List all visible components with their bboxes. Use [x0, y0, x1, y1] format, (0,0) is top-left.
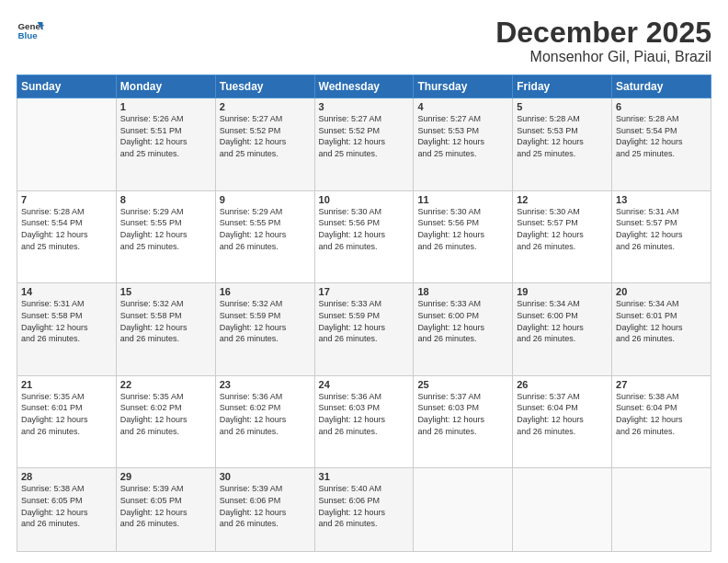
table-row: 28Sunrise: 5:38 AM Sunset: 6:05 PM Dayli…	[17, 468, 117, 552]
calendar-header-row: Sunday Monday Tuesday Wednesday Thursday…	[17, 75, 711, 98]
table-row: 13Sunrise: 5:31 AM Sunset: 5:57 PM Dayli…	[612, 190, 711, 283]
day-info: Sunrise: 5:31 AM Sunset: 5:58 PM Dayligh…	[21, 298, 112, 344]
logo: General Blue	[17, 17, 44, 44]
day-number: 26	[517, 379, 608, 390]
day-number: 29	[120, 471, 211, 482]
day-info: Sunrise: 5:28 AM Sunset: 5:53 PM Dayligh…	[517, 113, 608, 159]
header: General Blue December 2025 Monsenhor Gil…	[17, 17, 711, 65]
table-row: 29Sunrise: 5:39 AM Sunset: 6:05 PM Dayli…	[116, 468, 215, 552]
day-info: Sunrise: 5:30 AM Sunset: 5:57 PM Dayligh…	[517, 206, 608, 252]
table-row: 18Sunrise: 5:33 AM Sunset: 6:00 PM Dayli…	[414, 283, 513, 376]
day-number: 31	[319, 471, 410, 482]
day-number: 10	[319, 194, 410, 205]
day-number: 9	[220, 194, 311, 205]
table-row: 5Sunrise: 5:28 AM Sunset: 5:53 PM Daylig…	[513, 98, 612, 191]
day-number: 16	[220, 286, 311, 297]
header-friday: Friday	[513, 75, 612, 98]
day-number: 3	[319, 101, 410, 112]
day-number: 22	[120, 379, 211, 390]
day-number: 28	[21, 471, 112, 482]
table-row: 2Sunrise: 5:27 AM Sunset: 5:52 PM Daylig…	[215, 98, 314, 191]
header-tuesday: Tuesday	[215, 75, 314, 98]
table-row	[17, 98, 117, 191]
day-number: 1	[120, 101, 211, 112]
day-number: 14	[21, 286, 112, 297]
day-number: 21	[21, 379, 112, 390]
day-info: Sunrise: 5:35 AM Sunset: 6:02 PM Dayligh…	[120, 391, 211, 437]
day-number: 30	[220, 471, 311, 482]
day-number: 2	[220, 101, 311, 112]
table-row: 6Sunrise: 5:28 AM Sunset: 5:54 PM Daylig…	[612, 98, 711, 191]
day-info: Sunrise: 5:30 AM Sunset: 5:56 PM Dayligh…	[319, 206, 410, 252]
table-row: 15Sunrise: 5:32 AM Sunset: 5:58 PM Dayli…	[116, 283, 215, 376]
day-number: 24	[319, 379, 410, 390]
day-number: 19	[517, 286, 608, 297]
day-info: Sunrise: 5:32 AM Sunset: 5:58 PM Dayligh…	[120, 298, 211, 344]
calendar-title: December 2025	[495, 17, 711, 49]
day-info: Sunrise: 5:30 AM Sunset: 5:56 PM Dayligh…	[417, 206, 508, 252]
day-info: Sunrise: 5:39 AM Sunset: 6:06 PM Dayligh…	[220, 483, 311, 529]
table-row: 3Sunrise: 5:27 AM Sunset: 5:52 PM Daylig…	[314, 98, 414, 191]
day-info: Sunrise: 5:31 AM Sunset: 5:57 PM Dayligh…	[616, 206, 707, 252]
logo-icon: General Blue	[17, 17, 44, 44]
day-number: 25	[417, 379, 508, 390]
day-info: Sunrise: 5:26 AM Sunset: 5:51 PM Dayligh…	[120, 113, 211, 159]
day-info: Sunrise: 5:38 AM Sunset: 6:05 PM Dayligh…	[21, 483, 112, 529]
day-number: 8	[120, 194, 211, 205]
table-row: 27Sunrise: 5:38 AM Sunset: 6:04 PM Dayli…	[612, 375, 711, 468]
day-info: Sunrise: 5:29 AM Sunset: 5:55 PM Dayligh…	[120, 206, 211, 252]
table-row	[414, 468, 513, 552]
day-number: 6	[616, 101, 707, 112]
page-container: General Blue December 2025 Monsenhor Gil…	[0, 0, 728, 563]
day-info: Sunrise: 5:27 AM Sunset: 5:53 PM Dayligh…	[417, 113, 508, 159]
table-row: 16Sunrise: 5:32 AM Sunset: 5:59 PM Dayli…	[215, 283, 314, 376]
table-row: 31Sunrise: 5:40 AM Sunset: 6:06 PM Dayli…	[314, 468, 414, 552]
day-info: Sunrise: 5:29 AM Sunset: 5:55 PM Dayligh…	[220, 206, 311, 252]
table-row: 19Sunrise: 5:34 AM Sunset: 6:00 PM Dayli…	[513, 283, 612, 376]
header-monday: Monday	[116, 75, 215, 98]
day-number: 12	[517, 194, 608, 205]
calendar-table: Sunday Monday Tuesday Wednesday Thursday…	[17, 75, 711, 552]
svg-text:Blue: Blue	[18, 30, 39, 40]
day-info: Sunrise: 5:33 AM Sunset: 5:59 PM Dayligh…	[319, 298, 410, 344]
day-number: 23	[220, 379, 311, 390]
table-row: 11Sunrise: 5:30 AM Sunset: 5:56 PM Dayli…	[414, 190, 513, 283]
day-info: Sunrise: 5:35 AM Sunset: 6:01 PM Dayligh…	[21, 391, 112, 437]
day-info: Sunrise: 5:28 AM Sunset: 5:54 PM Dayligh…	[616, 113, 707, 159]
header-sunday: Sunday	[17, 75, 117, 98]
day-info: Sunrise: 5:37 AM Sunset: 6:03 PM Dayligh…	[417, 391, 508, 437]
table-row: 24Sunrise: 5:36 AM Sunset: 6:03 PM Dayli…	[314, 375, 414, 468]
table-row: 17Sunrise: 5:33 AM Sunset: 5:59 PM Dayli…	[314, 283, 414, 376]
day-info: Sunrise: 5:28 AM Sunset: 5:54 PM Dayligh…	[21, 206, 112, 252]
table-row: 14Sunrise: 5:31 AM Sunset: 5:58 PM Dayli…	[17, 283, 117, 376]
day-number: 13	[616, 194, 707, 205]
day-info: Sunrise: 5:37 AM Sunset: 6:04 PM Dayligh…	[517, 391, 608, 437]
header-thursday: Thursday	[414, 75, 513, 98]
day-number: 5	[517, 101, 608, 112]
day-number: 15	[120, 286, 211, 297]
table-row: 21Sunrise: 5:35 AM Sunset: 6:01 PM Dayli…	[17, 375, 117, 468]
table-row: 23Sunrise: 5:36 AM Sunset: 6:02 PM Dayli…	[215, 375, 314, 468]
table-row: 22Sunrise: 5:35 AM Sunset: 6:02 PM Dayli…	[116, 375, 215, 468]
day-info: Sunrise: 5:36 AM Sunset: 6:02 PM Dayligh…	[220, 391, 311, 437]
table-row: 30Sunrise: 5:39 AM Sunset: 6:06 PM Dayli…	[215, 468, 314, 552]
day-info: Sunrise: 5:32 AM Sunset: 5:59 PM Dayligh…	[220, 298, 311, 344]
day-info: Sunrise: 5:34 AM Sunset: 6:00 PM Dayligh…	[517, 298, 608, 344]
title-block: December 2025 Monsenhor Gil, Piaui, Braz…	[495, 17, 711, 65]
table-row: 26Sunrise: 5:37 AM Sunset: 6:04 PM Dayli…	[513, 375, 612, 468]
calendar-subtitle: Monsenhor Gil, Piaui, Brazil	[495, 49, 711, 65]
day-info: Sunrise: 5:36 AM Sunset: 6:03 PM Dayligh…	[319, 391, 410, 437]
header-saturday: Saturday	[612, 75, 711, 98]
table-row: 1Sunrise: 5:26 AM Sunset: 5:51 PM Daylig…	[116, 98, 215, 191]
day-number: 7	[21, 194, 112, 205]
day-info: Sunrise: 5:40 AM Sunset: 6:06 PM Dayligh…	[319, 483, 410, 529]
header-wednesday: Wednesday	[314, 75, 414, 98]
table-row: 9Sunrise: 5:29 AM Sunset: 5:55 PM Daylig…	[215, 190, 314, 283]
day-info: Sunrise: 5:39 AM Sunset: 6:05 PM Dayligh…	[120, 483, 211, 529]
day-number: 4	[417, 101, 508, 112]
day-info: Sunrise: 5:27 AM Sunset: 5:52 PM Dayligh…	[220, 113, 311, 159]
day-number: 11	[417, 194, 508, 205]
day-info: Sunrise: 5:34 AM Sunset: 6:01 PM Dayligh…	[616, 298, 707, 344]
table-row: 4Sunrise: 5:27 AM Sunset: 5:53 PM Daylig…	[414, 98, 513, 191]
table-row	[612, 468, 711, 552]
